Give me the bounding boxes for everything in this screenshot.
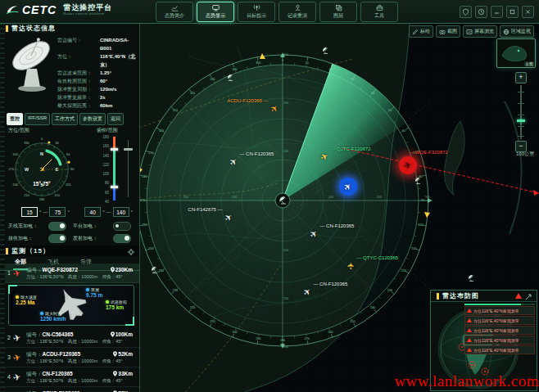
aircraft-label: — QJTC-F120672 [330,146,370,151]
target-row[interactable]: 4✈编号：CN-F12036533Km方位：136°E,50°N 高度：1000… [5,367,139,387]
minimize-button[interactable] [491,6,503,18]
spec-weapon-range: 武器射程175 km [106,300,127,310]
tab-layers[interactable]: 图层 [319,2,357,22]
control-tab[interactable]: IFF/SSR [25,113,50,125]
svg-text:120: 120 [401,269,406,273]
toggle-label: 天线车加电： [8,223,38,230]
aircraft-icon: ✈ [12,370,28,383]
control-tab[interactable]: 参数设置 [79,113,106,125]
zoom-track[interactable] [520,85,522,139]
target-meta: 编号：CN-C564365100Km方位：136°E,50°N 高度：10000… [26,331,136,345]
target-row[interactable]: 3✈编号：ACDU-F12036552Km方位：136°E,50°N 高度：10… [5,348,139,367]
info-value: 1.25° [100,69,111,77]
target-row[interactable]: 2✈编号：CN-C564365100Km方位：136°E,50°N 高度：100… [5,328,139,348]
deployment-title: 雷达布防图 [442,291,479,300]
toggle-接收加电: 接收加电： [8,234,66,243]
alert-text: 方位116°E,40°N发现异常 [473,328,519,333]
crosshair-icon[interactable] [128,244,134,259]
svg-text:190: 190 [256,337,260,340]
alert-item[interactable]: 方位116°E,40°N发现异常 [464,316,535,325]
map-tool-camera[interactable]: 截图 [436,25,460,38]
azimuth-from-input[interactable] [21,207,38,217]
elevation-track[interactable] [113,137,116,201]
alert-item[interactable]: 方位116°E,40°N发现异常 [464,306,535,315]
svg-text:230: 230 [173,289,178,292]
aircraft-unknown[interactable]: ✈ [339,178,357,196]
alert-item[interactable]: 方位116°E,40°N发现异常 [464,345,535,354]
azimuth-compass[interactable]: 0306090120150180210240270300330NESW✈15°-… [7,134,77,205]
maximize-button[interactable] [506,6,519,18]
radar-info-list: 雷达编号：CINRAD/SA-B001方位：116°E,40°N（北京）雷达波束… [57,34,136,110]
alert-text: 方位116°E,40°N发现异常 [473,338,519,343]
elevation-handle-upper[interactable] [111,148,118,151]
minimap[interactable]: 全图 [496,38,536,68]
toggle-label: 接收加电： [8,235,33,242]
elevation-tick: 140 [98,154,109,158]
svg-text:160: 160 [328,331,333,334]
toggle-label: 发射加电： [73,235,97,242]
info-label: 方位： [57,52,100,69]
svg-text:340: 340 [233,68,238,71]
azimuth-to-input[interactable] [49,207,66,217]
panel-title: 雷达状态信息 [11,24,56,33]
svg-text:300: 300 [159,129,164,133]
control-tab[interactable]: 查控 [7,113,23,125]
svg-text:210: 210 [24,193,29,197]
elevation-from-input[interactable] [84,207,101,217]
svg-text:0: 0 [41,137,43,141]
aircraft-CN-F120365[interactable]: ✈— CN-F120365 [303,288,310,297]
elevation-handle-lower[interactable] [111,186,118,188]
target-distance: 52Km [113,350,133,358]
target-row[interactable]: 5✈编号：QTYC-F12542278Km方位：136°E,50°N 高度：10… [5,387,139,392]
aircraft-CN-F120365[interactable]: ✈— CN-F120365 [310,230,317,239]
alert-item[interactable]: 方位116°E,40°N发现异常 [464,326,535,335]
target-row[interactable]: 1✈编号：WQE-F320872230Km方位：136°E,50°N 高度：10… [5,264,139,283]
tab-monitor[interactable]: 态势显示 [197,2,234,22]
elevation-ticks: 180160140120100806040 [98,135,109,204]
zoom-slider[interactable]: + − [514,72,528,152]
svg-text:0: 0 [282,59,283,62]
aircraft-QTYC-C120365[interactable]: ✈— QTYC-C120365 [346,262,354,271]
aircraft-QJTC-F120672[interactable]: ✈— QJTC-F120672 [320,153,328,162]
elevation-slider[interactable]: 180160140120100806040 [98,135,136,204]
elevation-to-input[interactable] [113,207,129,217]
control-tab[interactable]: 返回 [107,113,124,125]
aircraft-CN-F120365[interactable]: ✈— CN-F120365 [229,158,237,167]
zoom-handle[interactable] [517,119,525,122]
alert-item[interactable]: 方位116°E,40°N发现异常 [464,336,535,345]
alarm-button[interactable] [460,6,472,18]
info-label: 脉冲重复频率： [57,93,100,101]
toggle-switch[interactable] [48,222,66,231]
aircraft-WQE-F320872[interactable]: ✈— WQE-F320872 [399,156,417,174]
aircraft-ACDU-F120365[interactable]: ✈ACDU-F120365 — [270,105,278,114]
info-label: 脉冲重复周期： [57,85,100,93]
svg-text:330: 330 [24,141,29,145]
close-button[interactable] [522,6,534,18]
svg-text:250: 250 [148,247,153,250]
clock-button[interactable] [475,6,487,18]
control-tab[interactable]: 工作方式 [52,113,78,125]
elevation-tick: 100 [98,172,109,176]
toggle-switch[interactable] [113,222,131,231]
zoom-in-button[interactable]: + [515,72,527,83]
alert-warning-icon [467,338,472,342]
svg-text:60: 60 [402,129,405,133]
radar-status-panel: 雷达状态信息 雷达编号：CINRAD/SA-B001方位：116°E,40°N（… [0,23,140,392]
control-tabs: 查控IFF/SSR工作方式参数设置返回 [0,110,139,127]
tab-record[interactable]: 记录重演 [279,2,316,22]
tab-broadcast[interactable]: 目标指示 [238,2,275,22]
svg-text:80: 80 [419,175,422,178]
tab-chart[interactable]: 态势简介 [156,2,193,22]
map-tool-pencil[interactable]: 标绘 [409,25,433,38]
svg-text:30: 30 [351,78,355,81]
aircraft-CN-F142675[interactable]: ✈CN-F142675 — [224,214,232,223]
toggle-switch[interactable] [48,234,66,243]
tab-tools[interactable]: 工具 [360,2,398,22]
map-tool-globe[interactable]: 区域监视 [500,25,534,38]
info-label: 雷达编号： [57,36,100,52]
map-tool-screen[interactable]: 屏幕浏览 [463,25,497,38]
toggle-switch[interactable] [113,234,131,243]
info-row: 脉冲重复周期：120m/s [57,85,136,93]
elevation-subhandle[interactable] [124,148,133,151]
svg-text:300: 300 [13,152,19,156]
